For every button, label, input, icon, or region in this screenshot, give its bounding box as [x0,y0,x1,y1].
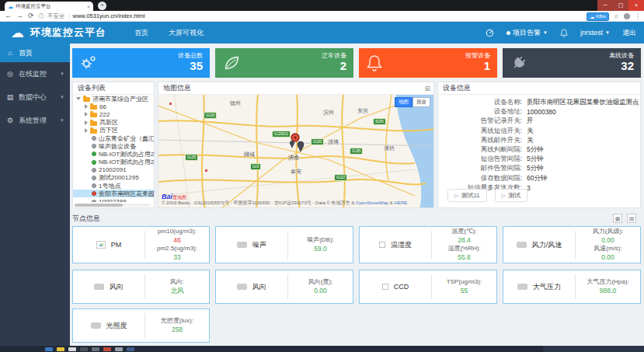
expander-icon[interactable] [85,104,88,109]
test-button[interactable]: ▷测试 [495,189,527,202]
taskbar-app-icon[interactable] [57,347,64,351]
tab-title: 环境监控云平台 [16,3,85,10]
stat-card-offline-devices[interactable]: 离线设备32 [503,48,641,78]
tree-item[interactable]: 1号地点 [73,182,154,190]
map-type-hybrid-button[interactable]: 混合 [413,97,430,107]
placeholder-icon [382,284,388,290]
status-dot-offline-icon [92,136,96,141]
sidebar-item-online-monitor[interactable]: ◎ 在线监控 ▼ [0,62,70,85]
placeholder-icon [237,284,247,290]
taskbar-app-icon[interactable] [68,347,76,351]
tree-label: 山东黄金矿业（鑫汇） [99,134,154,142]
expander-icon[interactable] [85,128,88,133]
field-label: 离线判断间隔: [438,145,522,155]
tree-item[interactable]: 历下区 [73,127,154,134]
profile-avatar-icon[interactable] [624,13,630,19]
map-title: 地图信息 [163,84,191,92]
taskbar-tray[interactable] [543,346,644,352]
test11-button[interactable]: ▷测试11 [447,189,487,202]
stat-card-alarm-devices[interactable]: 报警设备1 [359,48,497,78]
grid-view-icon[interactable]: ▦ [613,214,622,223]
tree-item[interactable]: 山东黄金矿业（鑫汇） [73,134,154,142]
taskbar-app-icon[interactable] [80,347,88,351]
tree-item[interactable]: 10002388 [73,197,154,202]
minimize-button[interactable]: ─ [597,0,613,11]
bookmark-star-icon[interactable]: ☆ [614,13,619,20]
nav-home[interactable]: 首页 [134,28,148,38]
node-card-illuminance[interactable]: 光照度 光照度(lux): 258 [72,308,210,343]
tree-item[interactable]: 66 [73,103,154,110]
url-box[interactable]: ⓘ 不安全 | www.0531yun.cn/index.html [39,12,145,20]
attribution-here-link[interactable]: HERE [395,200,408,205]
user-dropdown[interactable]: jnrstest ▼ [580,29,610,37]
expander-icon[interactable] [85,112,88,117]
expander-icon[interactable] [76,97,81,100]
taskbar-app-icon[interactable] [115,347,123,351]
sidebar-item-system-admin[interactable]: ⚙ 系统管理 ▼ [0,109,70,132]
panel-expand-icon[interactable]: ⊞ [424,83,430,95]
tree-item[interactable]: 济南市某综合产业区 [73,95,154,103]
notification-bell-icon[interactable] [560,29,568,37]
chevron-down-icon: ▼ [60,95,64,99]
back-icon[interactable]: ← [5,12,12,19]
taskbar-app-icon[interactable] [92,347,99,351]
extension-speed-badge[interactable]: ☁KB/s [587,12,609,21]
data-icon: ▤ [6,93,14,101]
nodes-section-header: 节点信息 ▦ ▤ [72,212,641,225]
stat-card-normal-devices[interactable]: 正常设备2 [215,48,353,78]
favicon-cloud-icon: ☁ [8,4,13,9]
node-card-wind-power-speed[interactable]: 风力/风速 风力(风级): 0.00 风速(m/s): 0.00 [503,226,641,263]
sidebar-item-home[interactable]: ⌂ 首页 [0,44,70,62]
metric-value: 北风 [145,287,209,295]
device-info-title: 设备信息 [438,82,640,95]
nav-bigscreen[interactable]: 大屏可视化 [169,28,204,38]
node-card-temp-humidity[interactable]: 温湿度 温度(℃): 28.4 湿度(%RH): 55.8 [359,226,497,263]
map-canvas[interactable]: 地图 混合 德州 滨州 东营 聊城 淄博 潍坊 济南 泰安 G20 G2001 … [158,95,433,207]
maximize-button[interactable]: ▢ [613,0,628,11]
sidebar-item-data-center[interactable]: ▤ 数据中心 ▼ [0,85,70,109]
list-view-icon[interactable]: ▤ [627,214,636,223]
header-right: 项目告警 ▼ jnrstest ▼ 退出 [486,28,636,38]
browser-menu-icon[interactable]: ⋮ [635,13,641,20]
node-card-air-pressure[interactable]: 大气压力 大气压力(Hpa): 988.0 [503,270,641,304]
node-card-wind-direction[interactable]: 风向 风向: 北风 [72,270,210,304]
node-name: PM [111,241,122,249]
tree-item[interactable]: 21002091 [73,166,154,174]
stat-card-total-devices[interactable]: 设备总数35 [72,48,210,78]
project-alarm-dropdown[interactable]: 项目告警 ▼ [506,28,548,38]
tree-item-selected[interactable]: 贵阳市南明区花果园某 [73,190,154,197]
expander-icon[interactable] [85,120,88,125]
tab-close-icon[interactable]: × [87,4,90,9]
dashboard-gauge-icon[interactable] [486,29,494,37]
taskbar-app-icon[interactable] [45,347,53,351]
attribution-osm-link[interactable]: OpenStreetMap [356,200,388,205]
tree-item[interactable]: NB-IOT测试勿占用21 [73,150,154,158]
taskbar-app-icon[interactable] [103,347,111,351]
taskbar-app-icon[interactable] [127,347,134,351]
windows-taskbar[interactable] [0,346,644,352]
node-card-noise[interactable]: 噪声 噪声(DB): 59.0 [215,226,353,263]
new-tab-button[interactable]: + [98,2,106,10]
tree-item[interactable]: 高新区 [73,119,154,127]
browser-tab[interactable]: ☁ 环境监控云平台 × [5,2,93,11]
close-button[interactable]: × [628,0,644,11]
button-label: 测试11 [461,191,479,200]
node-card-ccd[interactable]: CCD TSP(ug/m3): 55 [359,270,497,304]
tree-item[interactable]: 222 [73,110,154,118]
tree-item[interactable]: 测试20001295 [73,174,154,182]
tree-item[interactable]: NB-IOT测试勿占用21 [73,159,154,166]
play-icon: ▷ [502,193,506,199]
field-value: 开 [527,117,534,126]
logout-button[interactable]: 退出 [622,28,636,38]
horizontal-scrollbar[interactable] [75,204,151,207]
refresh-icon[interactable]: ⟳ [28,12,34,19]
map-type-map-button[interactable]: 地图 [395,97,413,107]
scrollbar-thumb[interactable] [75,204,123,207]
metric-label: 噪声(DB): [288,236,353,245]
security-info-icon[interactable]: ⓘ [39,12,45,20]
tree-item[interactable]: 噪声扬尘设备 [73,142,154,150]
folder-icon [83,97,90,102]
node-card-pm[interactable]: PM pm10(ug/m3): 46 pm2.5(ug/m3): 33 [72,226,210,263]
forward-icon[interactable]: → [16,12,23,19]
node-card-wind-direction-deg[interactable]: 风向 风向(度): 0.00 [215,270,353,304]
